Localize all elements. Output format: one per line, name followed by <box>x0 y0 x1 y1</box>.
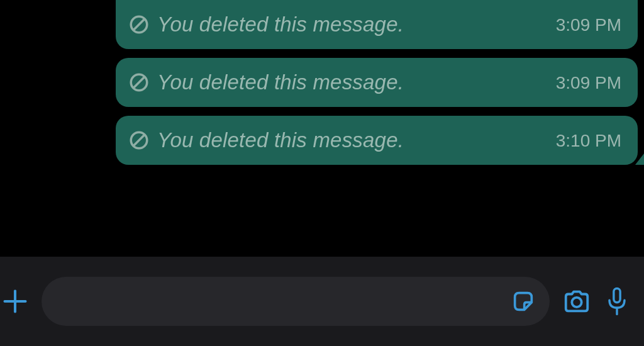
message-bubble[interactable]: You deleted this message. 3:09 PM <box>116 58 638 107</box>
sticker-icon[interactable] <box>511 289 536 314</box>
message-input-container[interactable] <box>42 277 550 326</box>
plus-icon[interactable] <box>1 287 29 315</box>
svg-line-3 <box>134 77 145 88</box>
chat-area: You deleted this message. 3:09 PM You de… <box>0 0 644 257</box>
camera-icon[interactable] <box>562 287 591 316</box>
deleted-message-text: You deleted this message. <box>157 70 404 94</box>
message-timestamp: 3:09 PM <box>556 15 621 35</box>
input-bar <box>0 257 644 346</box>
message-bubble[interactable]: You deleted this message. 3:09 PM <box>116 0 638 49</box>
svg-rect-9 <box>614 288 620 302</box>
prohibit-icon <box>128 72 150 93</box>
message-bubble[interactable]: You deleted this message. 3:10 PM <box>116 116 638 165</box>
svg-line-5 <box>134 135 145 146</box>
prohibit-icon <box>128 130 150 151</box>
prohibit-icon <box>128 14 150 35</box>
svg-line-1 <box>134 20 145 30</box>
mic-icon[interactable] <box>604 286 630 316</box>
message-input[interactable] <box>55 293 511 310</box>
message-content: You deleted this message. <box>128 70 404 94</box>
message-content: You deleted this message. <box>128 13 404 36</box>
deleted-message-text: You deleted this message. <box>157 128 404 152</box>
message-timestamp: 3:09 PM <box>556 73 621 93</box>
deleted-message-text: You deleted this message. <box>157 13 404 36</box>
message-content: You deleted this message. <box>128 128 404 152</box>
svg-point-8 <box>572 298 581 307</box>
message-timestamp: 3:10 PM <box>556 131 621 151</box>
